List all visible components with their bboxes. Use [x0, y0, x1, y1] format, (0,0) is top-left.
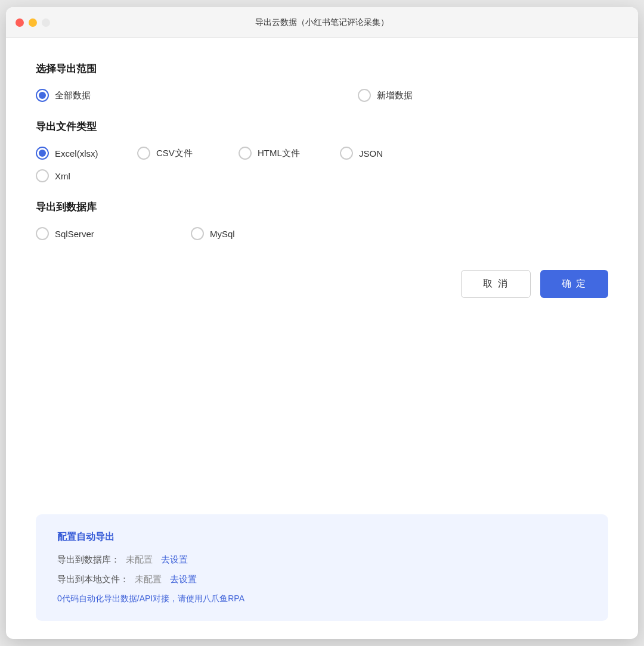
- radio-label-sqlserver: SqlServer: [55, 229, 94, 239]
- confirm-button[interactable]: 确 定: [540, 270, 608, 298]
- radio-sqlserver[interactable]: SqlServer: [36, 227, 107, 240]
- radio-csv[interactable]: CSV文件: [137, 147, 209, 160]
- cancel-button[interactable]: 取 消: [461, 270, 530, 298]
- export-range-title: 选择导出范围: [36, 62, 608, 76]
- export-range-options: 全部数据 新增数据: [36, 89, 608, 102]
- radio-all-data[interactable]: 全部数据: [36, 89, 107, 102]
- rpa-link[interactable]: 0代码自动化导出数据/API对接，请使用八爪鱼RPA: [57, 594, 587, 604]
- radio-label-xml: Xml: [55, 171, 70, 181]
- file-type-section: 导出文件类型 Excel(xlsx) CSV文件 HTML文件 JSON: [36, 120, 608, 182]
- auto-export-db-label: 导出到数据库：: [57, 554, 120, 566]
- database-options: SqlServer MySql: [36, 227, 608, 240]
- auto-export-file-status: 未配置: [135, 574, 162, 585]
- radio-circle-new-data: [358, 89, 371, 102]
- auto-export-file-go-settings[interactable]: 去设置: [170, 574, 197, 585]
- main-window: 导出云数据（小红书笔记评论采集） 选择导出范围 全部数据 新增数据 导出文件类: [6, 7, 638, 639]
- radio-circle-mysql: [191, 227, 204, 240]
- titlebar: 导出云数据（小红书笔记评论采集）: [6, 7, 638, 38]
- radio-circle-excel: [36, 147, 49, 160]
- export-range-section: 选择导出范围 全部数据 新增数据: [36, 62, 608, 102]
- radio-label-mysql: MySql: [210, 229, 235, 239]
- file-type-row2: Xml: [36, 169, 608, 182]
- file-type-row1: Excel(xlsx) CSV文件 HTML文件 JSON: [36, 147, 608, 160]
- radio-circle-xml: [36, 169, 49, 182]
- database-section: 导出到数据库 SqlServer MySql: [36, 200, 608, 240]
- radio-circle-all-data: [36, 89, 49, 102]
- radio-label-json: JSON: [359, 148, 383, 159]
- radio-circle-csv: [137, 147, 150, 160]
- radio-excel[interactable]: Excel(xlsx): [36, 147, 107, 160]
- radio-circle-json: [340, 147, 353, 160]
- radio-new-data[interactable]: 新增数据: [358, 89, 429, 102]
- window-title: 导出云数据（小红书笔记评论采集）: [255, 17, 389, 28]
- radio-json[interactable]: JSON: [340, 147, 411, 160]
- main-content: 选择导出范围 全部数据 新增数据 导出文件类型 Excel: [6, 38, 638, 639]
- auto-export-db-row: 导出到数据库： 未配置 去设置: [57, 554, 587, 566]
- traffic-lights: [16, 18, 50, 27]
- file-type-title: 导出文件类型: [36, 120, 608, 133]
- auto-export-db-status: 未配置: [126, 554, 153, 566]
- auto-export-title: 配置自动导出: [57, 531, 587, 543]
- radio-label-html: HTML文件: [258, 148, 300, 159]
- button-row: 取 消 确 定: [36, 270, 608, 298]
- auto-export-file-label: 导出到本地文件：: [57, 574, 129, 585]
- radio-xml[interactable]: Xml: [36, 169, 107, 182]
- radio-label-new-data: 新增数据: [377, 90, 413, 101]
- radio-mysql[interactable]: MySql: [191, 227, 262, 240]
- radio-label-csv: CSV文件: [156, 148, 193, 159]
- auto-export-db-go-settings[interactable]: 去设置: [161, 554, 188, 566]
- auto-export-file-row: 导出到本地文件： 未配置 去设置: [57, 574, 587, 585]
- radio-html[interactable]: HTML文件: [239, 147, 310, 160]
- minimize-button[interactable]: [29, 18, 37, 27]
- database-title: 导出到数据库: [36, 200, 608, 214]
- radio-label-excel: Excel(xlsx): [55, 148, 98, 159]
- radio-circle-html: [239, 147, 252, 160]
- radio-label-all-data: 全部数据: [55, 90, 91, 101]
- auto-export-section: 配置自动导出 导出到数据库： 未配置 去设置 导出到本地文件： 未配置 去设置 …: [36, 514, 608, 621]
- maximize-button[interactable]: [42, 18, 50, 27]
- close-button[interactable]: [16, 18, 24, 27]
- radio-circle-sqlserver: [36, 227, 49, 240]
